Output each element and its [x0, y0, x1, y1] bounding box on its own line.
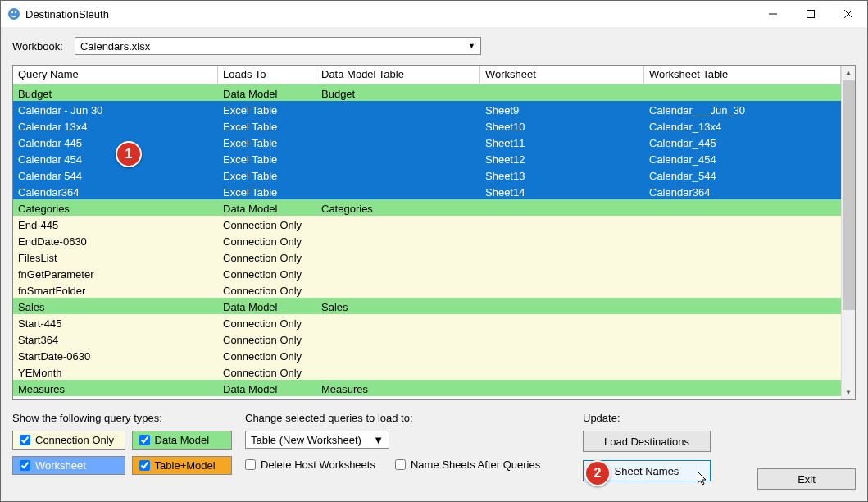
chk-table-model[interactable]: Table+Model [132, 456, 232, 475]
table-row[interactable]: fnSmartFolderConnection Only [13, 281, 841, 298]
table-cell: Connection Only [218, 347, 316, 363]
table-cell: Measures [316, 380, 480, 396]
table-cell [316, 363, 480, 380]
table-cell [316, 216, 480, 232]
table-cell: Calendar364 [13, 183, 218, 199]
table-cell [316, 331, 480, 347]
close-button[interactable] [829, 1, 867, 27]
table-row[interactable]: Calendar 445Excel TableSheet11Calendar_4… [13, 134, 841, 150]
svg-point-0 [8, 8, 20, 20]
table-cell: Excel Table [218, 167, 316, 183]
table-cell [480, 347, 644, 363]
table-cell [644, 249, 841, 265]
table-row[interactable]: StartDate-0630Connection Only [13, 347, 841, 363]
table-cell [644, 380, 841, 396]
table-cell: Data Model [218, 380, 316, 396]
load-destinations-button[interactable]: Load Destinations [583, 431, 711, 452]
maximize-button[interactable] [792, 1, 829, 27]
chk-data-model[interactable]: Data Model [132, 431, 232, 450]
table-row[interactable]: EndDate-0630Connection Only [13, 232, 841, 249]
table-cell: Excel Table [218, 183, 316, 199]
svg-point-1 [11, 11, 13, 13]
table-cell [644, 84, 841, 101]
table-cell [316, 183, 480, 199]
scrollbar[interactable]: ▲ ▼ [841, 66, 855, 399]
table-row[interactable]: Calendar - Jun 30Excel TableSheet9Calend… [13, 101, 841, 117]
table-cell [644, 216, 841, 232]
table-cell: Sales [316, 298, 480, 314]
table-cell: Connection Only [218, 249, 316, 265]
update-label: Update: [583, 412, 711, 424]
chk-connection-only[interactable]: Connection Only [12, 431, 125, 450]
table-cell: StartDate-0630 [13, 347, 218, 363]
scroll-up-icon[interactable]: ▲ [842, 66, 856, 80]
table-cell [644, 363, 841, 380]
table-row[interactable]: CategoriesData ModelCategories [13, 199, 841, 216]
table-cell [480, 84, 644, 101]
table-row[interactable]: End-445Connection Only [13, 216, 841, 232]
table-cell [316, 134, 480, 150]
chk-delete-host[interactable]: Delete Host Worksheets [245, 459, 375, 471]
table-row[interactable]: fnGetParameterConnection Only [13, 265, 841, 281]
table-row[interactable]: MeasuresData ModelMeasures [13, 380, 841, 396]
minimize-button[interactable] [754, 1, 792, 27]
table-cell: fnSmartFolder [13, 281, 218, 298]
chevron-down-icon: ▼ [468, 42, 475, 50]
table-cell: Excel Table [218, 150, 316, 167]
scroll-thumb[interactable] [843, 80, 855, 310]
chk-worksheet[interactable]: Worksheet [12, 456, 125, 475]
table-cell: Data Model [218, 298, 316, 314]
show-types-label: Show the following query types: [12, 412, 232, 424]
table-cell: Excel Table [218, 134, 316, 150]
col-worksheet[interactable]: Worksheet [480, 66, 644, 84]
table-cell: fnGetParameter [13, 265, 218, 281]
table-cell: Sheet9 [480, 101, 644, 117]
table-cell: Measures [13, 380, 218, 396]
table-cell [316, 117, 480, 134]
table-cell [316, 232, 480, 249]
col-query-name[interactable]: Query Name [13, 66, 218, 84]
table-row[interactable]: SalesData ModelSales [13, 298, 841, 314]
table-cell: Calendar_445 [644, 134, 841, 150]
table-cell [316, 249, 480, 265]
table-row[interactable]: Start-445Connection Only [13, 314, 841, 331]
table-row[interactable]: Calendar 454Excel TableSheet12Calendar_4… [13, 150, 841, 167]
workbook-select[interactable]: Calendars.xlsx ▼ [75, 37, 481, 55]
exit-button[interactable]: Exit [757, 468, 856, 490]
table-cell: Excel Table [218, 117, 316, 134]
col-worksheet-table[interactable]: Worksheet Table [644, 66, 841, 84]
table-cell [480, 363, 644, 380]
table-cell: Data Model [218, 84, 316, 101]
table-cell: Budget [13, 84, 218, 101]
window-title: DestinationSleuth [25, 8, 754, 21]
table-cell [480, 199, 644, 216]
table-cell [644, 347, 841, 363]
sheet-names-button[interactable]: Sheet Names [583, 460, 711, 481]
table-cell: FilesList [13, 249, 218, 265]
chk-name-sheets[interactable]: Name Sheets After Queries [395, 459, 540, 471]
table-row[interactable]: Start364Connection Only [13, 331, 841, 347]
col-loads-to[interactable]: Loads To [218, 66, 316, 84]
table-cell [644, 232, 841, 249]
load-target-select[interactable]: Table (New Worksheet) ▼ [245, 431, 389, 449]
table-row[interactable]: Calendar 544Excel TableSheet13Calendar_5… [13, 167, 841, 183]
table-cell [480, 232, 644, 249]
scroll-down-icon[interactable]: ▼ [842, 386, 856, 399]
table-cell [480, 380, 644, 396]
table-cell [644, 199, 841, 216]
table-row[interactable]: FilesListConnection Only [13, 249, 841, 265]
table-row[interactable]: BudgetData ModelBudget [13, 84, 841, 101]
table-row[interactable]: Calendar364Excel TableSheet14Calendar364 [13, 183, 841, 199]
table-cell: Sheet13 [480, 167, 644, 183]
table-row[interactable]: Calendar 13x4Excel TableSheet10Calendar_… [13, 117, 841, 134]
table-cell: Budget [316, 84, 480, 101]
app-icon [7, 7, 20, 21]
table-row[interactable]: YEMonthConnection Only [13, 363, 841, 380]
workbook-label: Workbook: [12, 40, 63, 52]
workbook-value: Calendars.xlsx [80, 40, 150, 52]
col-data-model-table[interactable]: Data Model Table [316, 66, 480, 84]
table-cell [480, 331, 644, 347]
table-cell [480, 265, 644, 281]
table-cell [316, 281, 480, 298]
table-cell: Calendar - Jun 30 [13, 101, 218, 117]
